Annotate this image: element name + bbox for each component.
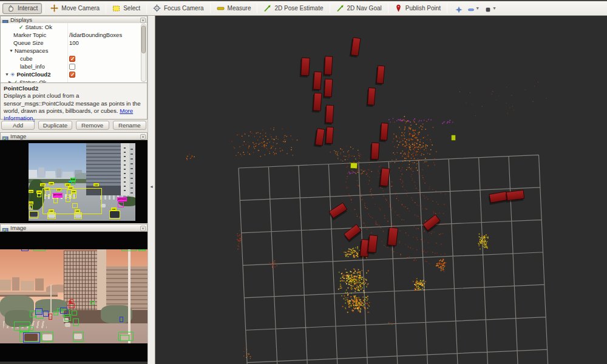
lidar-bounding-box [379, 123, 388, 143]
displays-panel-icon [2, 17, 8, 22]
tool-properties-icon [484, 5, 492, 12]
add-tool-plus-button[interactable] [455, 5, 463, 12]
detection-label-tag: car [93, 183, 99, 186]
remove-tool-minus-button[interactable]: ▼ [467, 5, 480, 12]
add-button[interactable]: Add [1, 121, 35, 130]
toolbar-separator [106, 4, 106, 13]
image2-close-icon[interactable]: × [140, 226, 146, 231]
expander-arrow-icon[interactable]: ▼ [5, 72, 9, 76]
tree-row-value[interactable]: 100 [69, 39, 79, 46]
detection-box [35, 308, 42, 315]
panel-splitter[interactable]: ◄ [148, 16, 155, 364]
displays-tree: ✓Status: OkMarker Topic/lidarBoundingBox… [0, 23, 148, 83]
expander-arrow-icon[interactable]: ▼ [9, 49, 13, 53]
detection-box [23, 332, 40, 343]
detection-box [33, 249, 46, 251]
detection-box [43, 311, 49, 317]
toolbar-separator [146, 4, 147, 13]
tool-focus-camera-button[interactable]: Focus Camera [149, 3, 208, 14]
detection-label-tag: car [69, 181, 71, 183]
tree-row-label: Status: Ok [25, 24, 52, 30]
small-marker-box [350, 163, 357, 169]
detection-label-tag: car [56, 188, 61, 191]
toolbar-separator [210, 4, 211, 13]
lidar-bounding-box [312, 72, 322, 92]
detection-label-tag: car [75, 209, 80, 212]
image1-panel-title: Image [10, 133, 26, 140]
tool-nav-goal-button[interactable]: 2D Nav Goal [332, 3, 386, 14]
tree-row-pointcloud2[interactable]: ▼✳PointCloud2 [1, 70, 147, 78]
3d-viewport[interactable] [155, 16, 607, 364]
toolbar-separator [330, 4, 330, 13]
detection-label-tag: car [49, 182, 54, 185]
duplicate-button[interactable]: Duplicate [38, 121, 72, 130]
tool-publish-point-button[interactable]: Publish Point [390, 3, 445, 14]
3d-scene [155, 16, 607, 364]
detection-box [41, 332, 53, 342]
lidar-bounding-box [324, 127, 333, 146]
detection-box [70, 299, 73, 303]
tree-row-label-info[interactable]: label_info [1, 62, 147, 70]
add-tool-plus-icon [455, 5, 463, 12]
tree-row-cube[interactable]: cube [1, 55, 147, 62]
red-pin-icon [395, 4, 403, 13]
detection-box [120, 317, 123, 322]
image2-panel-title: Image [10, 224, 26, 231]
detection-box [118, 202, 124, 207]
detection-box [29, 205, 33, 209]
detection-box [73, 318, 79, 326]
left-panel-column: Displays × ✓Status: OkMarker Topic/lidar… [0, 16, 148, 362]
remove-button[interactable]: Remove [76, 121, 109, 130]
detection-box [138, 249, 146, 251]
tool-move-camera-button[interactable]: Move Camera [46, 3, 104, 14]
focus-crosshair-icon [153, 4, 161, 13]
tree-row-status-ok[interactable]: ▶✓Status: Ok [1, 78, 147, 83]
image2-panel-header[interactable]: Image × [0, 224, 148, 232]
tool-properties-button[interactable]: ▼ [484, 5, 497, 12]
checkbox-unchecked[interactable] [69, 64, 75, 70]
lidar-bounding-box [375, 66, 385, 86]
scrollbar-thumb[interactable] [141, 25, 146, 53]
tree-row-label: Namespaces [15, 47, 48, 54]
tree-row-value[interactable]: /lidarBoundingBoxes [69, 32, 122, 38]
checkbox-checked[interactable] [69, 56, 75, 62]
image1-panel-header[interactable]: Image × [0, 132, 148, 140]
photo1-building [86, 143, 121, 187]
tree-row-status-ok[interactable]: ✓Status: Ok [1, 23, 147, 31]
collapse-arrow-icon[interactable]: ◄ [149, 184, 154, 189]
toolbar: InteractMove CameraSelectFocus CameraMea… [0, 1, 607, 16]
lidar-bounding-box [386, 228, 398, 248]
tree-row-namespaces[interactable]: ▼Namespaces [1, 47, 147, 55]
displays-tree-scrollbar[interactable] [141, 24, 146, 82]
select-box-icon [112, 4, 121, 13]
lidar-bounding-box [366, 88, 375, 107]
image1-view: carcarcarcarcarcarcarcarcarcarcarcarcarp… [0, 140, 148, 223]
displays-close-icon[interactable]: × [140, 18, 146, 23]
detection-label-tag: car [36, 190, 42, 194]
tree-row-queue-size[interactable]: Queue Size100 [1, 39, 147, 47]
checkbox-checked[interactable] [69, 72, 75, 78]
description-title: PointCloud2 [4, 85, 38, 92]
lidar-bounding-box [324, 105, 334, 125]
hand-icon [7, 4, 15, 13]
tool-select-button[interactable]: Select [108, 3, 144, 14]
displays-button-row: AddDuplicateRemoveRename [0, 121, 148, 131]
detection-label-tag: person [117, 197, 127, 201]
lidar-bounding-box [312, 93, 322, 113]
toolbar-separator [44, 4, 44, 13]
tree-row-marker-topic[interactable]: Marker Topic/lidarBoundingBoxes [1, 31, 147, 39]
image2-view [0, 232, 148, 362]
rename-button[interactable]: Rename [113, 121, 146, 130]
tool-interact-button[interactable]: Interact [2, 3, 42, 14]
detection-label-tag: car [44, 187, 50, 190]
toolbar-separator [447, 4, 447, 13]
detection-box [49, 314, 52, 320]
detection-label-tag: car [29, 201, 33, 204]
tool-measure-button[interactable]: Measure [212, 3, 256, 14]
detection-box [60, 308, 67, 314]
lidar-bounding-box [300, 58, 310, 78]
detection-box [109, 211, 120, 219]
tool-pose-estimate-button[interactable]: 2D Pose Estimate [259, 3, 327, 14]
detection-box [21, 249, 29, 251]
image1-close-icon[interactable]: × [140, 134, 146, 140]
